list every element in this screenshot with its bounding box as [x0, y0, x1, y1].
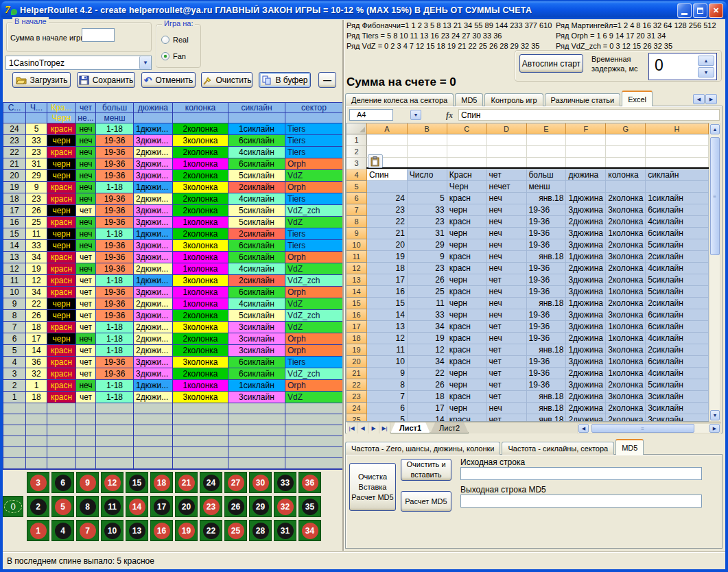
casino-select[interactable]: 1CasinoTropez ▼ [5, 56, 152, 70]
excel-cell[interactable]: 5 [408, 193, 447, 204]
excel-select-all-corner[interactable] [347, 123, 367, 134]
roulette-cell[interactable]: 7 [76, 520, 99, 541]
roulette-cell[interactable]: 24 [200, 472, 222, 493]
toolbar-button-5[interactable]: В буфер [259, 72, 311, 88]
sheet-tab-1[interactable]: Лист1 [390, 422, 430, 433]
excel-cell[interactable]: 22 [408, 368, 447, 379]
excel-col-header[interactable]: B [408, 123, 447, 134]
name-box-dropdown-icon[interactable]: ▼ [410, 110, 421, 120]
excel-cell[interactable] [646, 146, 709, 158]
toolbar-button-3[interactable]: ↶Отменить [141, 72, 196, 88]
excel-row-header[interactable]: 6 [347, 193, 367, 204]
roulette-cell[interactable]: 21 [175, 472, 198, 493]
excel-cell[interactable]: 6сиклайн [646, 204, 709, 216]
excel-cell[interactable]: черн [447, 298, 487, 309]
excel-cell[interactable]: 12 [367, 333, 408, 344]
excel-row-header[interactable]: 23 [347, 391, 367, 403]
excel-cell[interactable]: 2колонка [606, 216, 646, 228]
excel-row-header[interactable]: 25 [347, 414, 367, 422]
excel-cell[interactable]: 19-36 [527, 274, 567, 286]
excel-cell[interactable]: 3колонка [606, 204, 646, 216]
tab-bottom-2[interactable]: Частота - сиклайны, сектора [502, 442, 614, 455]
excel-cell[interactable]: 20 [367, 239, 408, 251]
sheet-tab-2[interactable]: Лист2 [430, 422, 469, 433]
excel-cell[interactable]: 33 [408, 309, 447, 321]
excel-cell[interactable]: неч [487, 403, 527, 414]
excel-cell[interactable]: янв.18 [527, 391, 567, 403]
excel-cell[interactable]: 19-36 [527, 333, 567, 344]
excel-cell[interactable]: черн [447, 368, 487, 379]
excel-cell[interactable]: 2колонка [606, 379, 646, 391]
excel-cell[interactable]: 3дюжина [566, 356, 606, 368]
excel-cell[interactable]: 3сиклайн [646, 403, 709, 414]
excel-cell[interactable]: 13 [367, 321, 408, 333]
excel-cell[interactable]: неч [487, 333, 527, 344]
excel-cell[interactable]: 2дюжина [566, 333, 606, 344]
roulette-cell[interactable]: 4 [51, 520, 74, 541]
roulette-cell[interactable]: 3 [27, 472, 49, 493]
excel-cell[interactable]: янв.18 [527, 251, 567, 263]
excel-cell[interactable] [527, 146, 567, 158]
excel-cell[interactable]: 1колонка [606, 228, 646, 239]
excel-cell[interactable]: неч [487, 298, 527, 309]
excel-cell[interactable]: 19-36 [527, 204, 567, 216]
tab-top-4[interactable]: Различные статьи [545, 93, 621, 106]
sheet-first-icon[interactable]: |◀ [347, 422, 357, 433]
roulette-zero-cell[interactable]: 0 [3, 496, 23, 517]
excel-row-header[interactable]: 2 [347, 146, 367, 158]
close-button[interactable]: ✕ [709, 3, 723, 18]
spinner-down-icon[interactable]: ▼ [698, 67, 714, 78]
excel-cell[interactable]: 16 [367, 286, 408, 298]
excel-cell[interactable]: неч [487, 239, 527, 251]
excel-cell[interactable]: красн [447, 344, 487, 356]
scroll-left-icon[interactable]: ◀ [578, 424, 589, 433]
excel-cell[interactable] [447, 146, 487, 158]
minimize-button[interactable] [677, 3, 692, 18]
excel-cell[interactable]: 1сиклайн [646, 193, 709, 204]
excel-row-header[interactable]: 21 [347, 368, 367, 379]
roulette-cell[interactable]: 19 [175, 520, 198, 541]
excel-cell[interactable]: 2колонка [606, 263, 646, 274]
excel-cell[interactable]: 19-36 [527, 379, 567, 391]
roulette-cell[interactable]: 26 [224, 496, 247, 517]
excel-cell[interactable]: 6сиклайн [646, 321, 709, 333]
excel-cell[interactable]: чет [487, 368, 527, 379]
excel-cell[interactable]: 1колонка [606, 368, 646, 379]
excel-row-header[interactable]: 5 [347, 181, 367, 193]
excel-cell[interactable]: 5сиклайн [646, 379, 709, 391]
excel-cell[interactable]: Красн [447, 169, 487, 181]
excel-col-header[interactable]: G [606, 123, 646, 134]
excel-row-header[interactable]: 3 [347, 158, 367, 169]
excel-cell[interactable]: менш [527, 181, 567, 193]
excel-row-header[interactable]: 14 [347, 286, 367, 298]
excel-cell[interactable]: чет [487, 169, 527, 181]
excel-cell[interactable]: красн [447, 356, 487, 368]
excel-cell[interactable]: 25 [408, 286, 447, 298]
scroll-right-icon[interactable]: ▶ [709, 424, 720, 433]
excel-cell[interactable]: красн [447, 263, 487, 274]
excel-cell[interactable]: 4сиклайн [646, 368, 709, 379]
excel-cell[interactable]: 19 [408, 333, 447, 344]
excel-cell[interactable] [566, 134, 606, 146]
formula-bar[interactable]: Спин [458, 109, 720, 121]
excel-cell[interactable]: колонка [606, 169, 646, 181]
excel-cell[interactable]: неч [487, 309, 527, 321]
hscroll-thumb[interactable]: ≡ [591, 424, 694, 433]
roulette-cell[interactable]: 34 [298, 520, 321, 541]
excel-row-header[interactable]: 15 [347, 298, 367, 309]
excel-cell[interactable]: 19-36 [527, 321, 567, 333]
excel-cell[interactable]: сиклайн [646, 169, 709, 181]
excel-col-header[interactable]: F [566, 123, 606, 134]
excel-cell[interactable]: чет [487, 379, 527, 391]
roulette-cell[interactable]: 12 [101, 472, 124, 493]
excel-hscrollbar[interactable]: ◀ ≡ ▶ [577, 423, 721, 433]
excel-cell[interactable]: 5 [367, 414, 408, 422]
delay-spinner[interactable]: 0 ▲ ▼ [648, 53, 717, 80]
excel-cell[interactable]: дюжина [566, 169, 606, 181]
excel-cell[interactable]: 12 [408, 344, 447, 356]
excel-row-header[interactable]: 17 [347, 321, 367, 333]
roulette-cell[interactable]: 14 [126, 496, 148, 517]
excel-cell[interactable]: 3дюжина [566, 228, 606, 239]
excel-cell[interactable]: черн [447, 274, 487, 286]
excel-row-header[interactable]: 24 [347, 403, 367, 414]
